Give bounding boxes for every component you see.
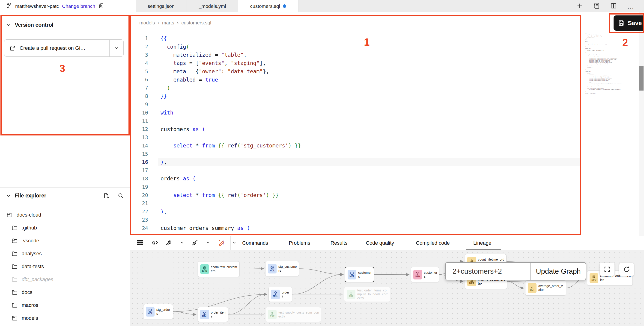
lineage-node-stg_customers[interactable]: MDLstg_customers [265,261,299,276]
split-editor-icon[interactable] [610,2,617,10]
code-line-9[interactable]: 9 [130,100,581,109]
save-button[interactable]: Save [614,15,644,31]
code-line-17[interactable]: 17 [130,166,581,175]
editor-scrollbar[interactable] [639,12,644,236]
code-line-1[interactable]: 1{{ [130,34,581,43]
tree-item-docs-cloud[interactable]: docs-cloud [0,208,130,221]
search-icon[interactable] [118,193,124,199]
code-line-21[interactable]: 21 [130,199,581,208]
update-graph-button[interactable]: Update Graph [530,263,586,280]
fullscreen-icon [604,266,610,273]
new-file-icon[interactable] [103,193,109,199]
code-line-20[interactable]: 20 select * from {{ ref('orders') }} [130,191,581,199]
tree-item-macros[interactable]: macros [0,299,130,312]
code-line-23[interactable]: 23 [130,216,581,224]
chevron-down-icon[interactable] [180,240,184,246]
code-line-14[interactable]: 14 select * from {{ ref('stg_customers')… [130,142,581,150]
new-tab-plus-icon[interactable] [576,2,583,10]
overflow-menu-icon[interactable]: … [627,2,635,10]
lineage-search-input[interactable]: 2+customers+2 [446,263,530,280]
lineage-node-customers_sem[interactable]: SEMcustomers [411,267,439,282]
mdl-badge-icon: MDL [146,307,154,317]
code-line-12[interactable]: 12customers as ( [130,125,581,133]
code-line-11[interactable]: 11 [130,117,581,125]
code-line-4[interactable]: 4 tags = ["events", "staging"], [130,59,581,67]
tree-item-docs[interactable]: docs [0,286,130,299]
line-number: 1 [130,35,148,41]
change-branch-link[interactable]: Change branch [62,3,95,9]
scrollbar-thumb[interactable] [640,66,644,91]
code-line-19[interactable]: 19 [130,183,581,191]
breadcrumb-item[interactable]: customers.sql [181,20,211,25]
file-explorer-header[interactable]: File explorer [6,193,124,199]
edge-orders-to-customers_mdl [292,275,343,295]
tree-item-.github[interactable]: .github [0,221,130,234]
breadcrumb-item[interactable]: marts [162,20,174,25]
code-line-5[interactable]: 5 meta = {"owner": "data-team"}, [130,67,581,76]
lineage-node-order_items[interactable]: MDLorder_items [198,307,228,322]
format-broom-icon[interactable] [192,239,199,247]
line-content: select * from {{ ref('stg_customers') }} [160,143,581,149]
tree-item-analyses[interactable]: analyses [0,247,130,260]
lineage-node-ecom_raw_customers[interactable]: SRCecom.raw_customers [198,261,240,277]
code-icon[interactable] [151,239,159,247]
code-line-15[interactable]: 15 [130,150,581,158]
preview-table-icon[interactable] [136,239,144,247]
pr-button-caret[interactable] [109,40,124,56]
create-pr-button[interactable]: Create a pull request on Gi… [4,39,124,57]
bottom-tab-compiled-code[interactable]: Compiled code [416,236,450,250]
tree-item-dbt_packages[interactable]: dbt_packages [0,273,130,286]
tab-settings.json[interactable]: settings.json [136,0,187,12]
chevron-down-icon[interactable] [232,240,237,246]
copy-branch-icon[interactable] [98,3,104,10]
code-line-13[interactable]: 13 [130,133,581,142]
chevron-down-icon[interactable] [206,240,210,246]
code-lines[interactable]: 1{{2 config(3 materialized = "table",4 t… [130,34,581,232]
tab-customers.sql[interactable]: customers.sql [238,0,299,12]
lineage-node-test_order_items[interactable]: TSTtest_order_items_compute_to_bools_cor… [344,287,390,302]
line-content: meta = {"owner": "data-team"}, [160,68,581,74]
bottom-tab-code-quality[interactable]: Code quality [366,236,394,250]
lineage-node-stg_orders[interactable]: MDLstg_orders [143,304,173,319]
copilot-wand-icon[interactable] [217,239,225,247]
code-line-6[interactable]: 6 enabled = true [130,76,581,84]
line-content: with [160,110,581,116]
bottom-tab-lineage[interactable]: Lineage [473,236,491,250]
build-wrench-icon[interactable] [166,239,173,247]
lineage-node-customers_mdl[interactable]: MDLcustomers [345,267,374,282]
code-line-18[interactable]: 18orders as ( [130,175,581,183]
code-line-7[interactable]: 7 ) [130,84,581,92]
line-number: 20 [130,192,148,198]
code-line-3[interactable]: 3 materialized = "table", [130,51,581,59]
mdl-badge-icon: MDL [271,290,280,299]
code-line-10[interactable]: 10with [130,109,581,117]
refresh-button[interactable] [619,263,634,276]
code-line-24[interactable]: 24customer_orders_summary as ( [130,224,581,232]
node-label: customers [358,271,374,279]
tree-item-models[interactable]: models [0,312,130,325]
bottom-toolbar: CommandsProblemsResultsCode qualityCompi… [130,236,644,250]
breadcrumb-item[interactable]: models [139,20,155,25]
minimap[interactable]: {{ config( materialized = "table", tags … [586,33,639,194]
mdl-badge-icon: MDL [200,310,209,319]
code-line-8[interactable]: 8}} [130,92,581,100]
code-line-2[interactable]: 2 config( [130,43,581,51]
code-line-22[interactable]: 22), [130,208,581,216]
lineage-node-test_supply[interactable]: TSTtest_supply_costs_sum_correctly [265,307,321,322]
lineage-node-orders[interactable]: MDLorders [268,287,292,302]
bottom-tab-results[interactable]: Results [330,236,347,250]
toolbar-divider [230,236,231,250]
tree-item-.vscode[interactable]: .vscode [0,234,130,247]
fullscreen-button[interactable] [600,263,615,276]
tab-label: customers.sql [250,3,280,9]
tab-_models.yml[interactable]: _models.yml [187,0,238,12]
bottom-tab-commands[interactable]: Commands [242,236,268,250]
lineage-node-average_order_value[interactable]: METaverage_order_value [525,280,566,296]
version-control-header[interactable]: Version control [6,22,53,28]
code-line-16[interactable]: 16), [130,158,581,166]
tree-item-data-tests[interactable]: data-tests [0,260,130,273]
edge-customers_mdl-to-customers_sem [374,275,409,275]
bottom-tab-problems[interactable]: Problems [289,236,310,250]
notebook-icon[interactable] [593,2,600,10]
lineage-canvas[interactable]: SRCecom.raw_customersMDLstg_customersMDL… [130,250,644,326]
